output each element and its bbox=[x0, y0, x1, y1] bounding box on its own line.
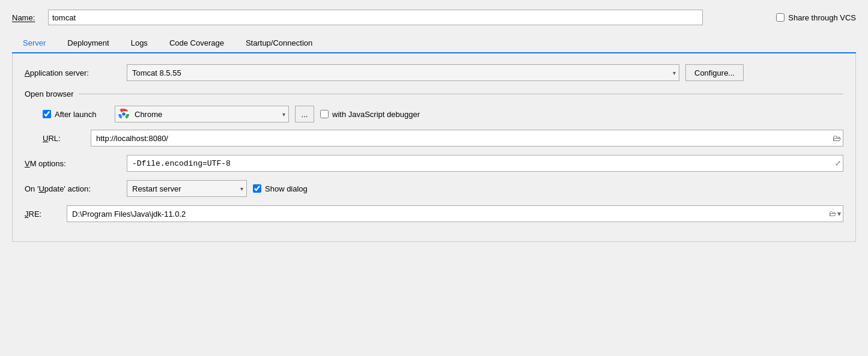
browser-more-button[interactable]: ... bbox=[295, 106, 314, 122]
js-debugger-container: with JavaScript debugger bbox=[320, 110, 420, 119]
js-debugger-label: with JavaScript debugger bbox=[332, 110, 420, 119]
after-launch-checkbox[interactable] bbox=[43, 110, 51, 118]
after-launch-container: After launch bbox=[43, 110, 109, 119]
app-server-row: Application server: Tomcat 8.5.55 ▾ Conf… bbox=[25, 64, 843, 81]
js-debugger-checkbox[interactable] bbox=[320, 110, 329, 118]
vm-options-input[interactable] bbox=[127, 155, 843, 172]
on-update-select[interactable]: Restart server bbox=[127, 180, 247, 197]
on-update-select-wrapper: Restart server ▾ bbox=[127, 180, 247, 197]
browser-select[interactable]: Chrome bbox=[115, 106, 289, 122]
browser-select-wrapper: Chrome ▾ bbox=[115, 106, 289, 122]
open-browser-section-label: Open browser bbox=[25, 89, 843, 98]
tab-logs[interactable]: Logs bbox=[120, 34, 159, 53]
app-server-select[interactable]: Tomcat 8.5.55 bbox=[127, 64, 679, 81]
url-label: URL: bbox=[43, 134, 85, 143]
main-container: Name: Share through VCS Server Deploymen… bbox=[0, 0, 868, 252]
on-update-label: On 'Update' action: bbox=[25, 184, 121, 193]
jre-row: JRE: 🗁 ▾ bbox=[25, 205, 843, 222]
jre-label: JRE: bbox=[25, 210, 61, 219]
tab-content: Application server: Tomcat 8.5.55 ▾ Conf… bbox=[12, 53, 856, 242]
name-label: Name: bbox=[12, 13, 48, 22]
app-server-select-wrapper: Tomcat 8.5.55 ▾ bbox=[127, 64, 679, 81]
jre-input-wrapper: 🗁 ▾ bbox=[67, 205, 843, 222]
vm-options-row: VM options: ⤢ bbox=[25, 155, 843, 172]
jre-input[interactable] bbox=[67, 205, 843, 222]
show-dialog-container: Show dialog bbox=[253, 184, 308, 193]
name-input[interactable] bbox=[48, 10, 703, 25]
show-dialog-checkbox[interactable] bbox=[253, 184, 261, 193]
url-input[interactable] bbox=[91, 130, 843, 146]
share-vcs-container: Share through VCS bbox=[776, 13, 856, 22]
vm-options-input-wrapper: ⤢ bbox=[127, 155, 843, 172]
tab-deployment[interactable]: Deployment bbox=[56, 34, 120, 53]
url-row: URL: 🗁 bbox=[25, 130, 843, 146]
app-server-label: Application server: bbox=[25, 68, 121, 77]
tab-startup-connection[interactable]: Startup/Connection bbox=[235, 34, 323, 53]
configure-button[interactable]: Configure... bbox=[685, 64, 744, 81]
share-vcs-checkbox[interactable] bbox=[776, 13, 785, 22]
name-row: Name: Share through VCS bbox=[12, 10, 856, 25]
url-input-wrapper: 🗁 bbox=[91, 130, 843, 146]
show-dialog-label: Show dialog bbox=[265, 184, 308, 193]
after-launch-row: After launch bbox=[25, 106, 843, 122]
vm-options-label: VM options: bbox=[25, 159, 121, 168]
tabs-bar: Server Deployment Logs Code Coverage Sta… bbox=[12, 34, 856, 53]
tab-code-coverage[interactable]: Code Coverage bbox=[159, 34, 235, 53]
after-launch-label: After launch bbox=[55, 110, 96, 119]
tab-server[interactable]: Server bbox=[12, 34, 56, 53]
on-update-row: On 'Update' action: Restart server ▾ Sho… bbox=[25, 180, 843, 197]
share-vcs-label: Share through VCS bbox=[788, 13, 856, 22]
